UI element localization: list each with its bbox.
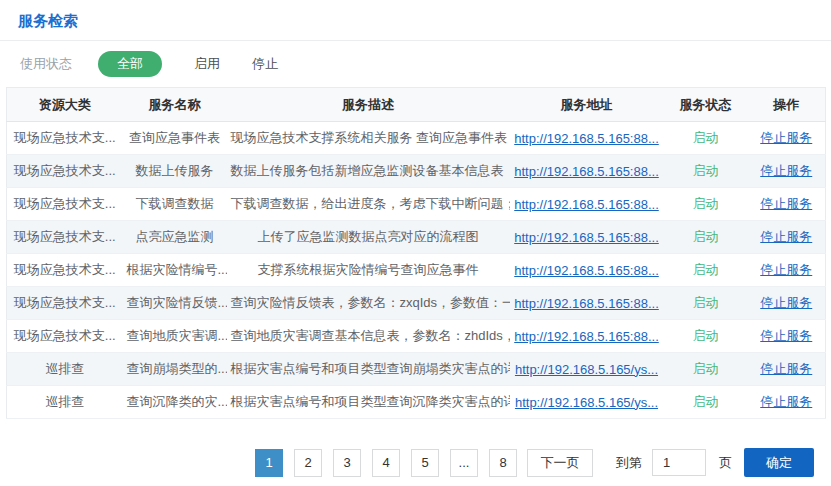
table-cell: 启动 (664, 122, 748, 155)
stop-service-link[interactable]: 停止服务 (760, 262, 812, 277)
table-cell: 启动 (664, 188, 748, 221)
service-status-badge: 启动 (693, 394, 719, 409)
table-cell: 停止服务 (748, 221, 826, 254)
page-button-4[interactable]: 4 (372, 449, 400, 477)
service-search-page: 服务检索 使用状态 全部 启用 停止 资源大类服务名称服务描述服务地址服务状态操… (0, 0, 831, 419)
table-cell: 现场应急技术支... (7, 188, 123, 221)
cell-service-name: 查询沉降类的灾... (127, 394, 227, 409)
stop-service-link[interactable]: 停止服务 (760, 361, 812, 376)
stop-service-link[interactable]: 停止服务 (760, 229, 812, 244)
page-button-1[interactable]: 1 (255, 449, 283, 477)
page-jump-input[interactable] (652, 449, 706, 476)
filter-option-stopped[interactable]: 停止 (252, 55, 278, 73)
service-address-link[interactable]: http://192.168.5.165:88... (514, 230, 659, 245)
cell-service-name: 查询灾险情反馈... (127, 295, 227, 310)
table-row: 现场应急技术支...数据上传服务数据上传服务包括新增应急监测设备基本信息表（YJ… (7, 155, 826, 188)
service-address-link[interactable]: http://192.168.5.165:88... (514, 197, 659, 212)
table-row: 现场应急技术支...查询地质灾害调...查询地质灾害调查基本信息表，参数名：zh… (7, 320, 826, 353)
table-cell: 巡排查 (7, 386, 123, 419)
table-cell: http://192.168.5.165:88... (510, 320, 664, 353)
table-cell: 停止服务 (748, 155, 826, 188)
service-address-link[interactable]: http://192.168.5.165:88... (514, 329, 659, 344)
stop-service-link[interactable]: 停止服务 (760, 394, 812, 409)
stop-service-link[interactable]: 停止服务 (760, 130, 812, 145)
service-status-badge: 启动 (693, 295, 719, 310)
table-cell: 查询沉降类的灾... (123, 386, 227, 419)
filter-label: 使用状态 (20, 55, 72, 73)
table-cell: 现场应急技术支... (7, 122, 123, 155)
service-address-link[interactable]: http://192.168.5.165:88... (514, 296, 659, 311)
table-cell: 查询崩塌类型的... (123, 353, 227, 386)
service-address-link[interactable]: http://192.168.5.165:88... (514, 164, 659, 179)
next-page-button[interactable]: 下一页 (527, 449, 593, 477)
filter-option-all[interactable]: 全部 (98, 51, 162, 77)
table-cell: 停止服务 (748, 122, 826, 155)
table-row: 现场应急技术支...查询灾险情反馈...查询灾险情反馈表，参数名：zxqIds，… (7, 287, 826, 320)
stop-service-link[interactable]: 停止服务 (760, 163, 812, 178)
service-status-badge: 启动 (693, 163, 719, 178)
page-button-2[interactable]: 2 (294, 449, 322, 477)
cell-service-description: 支撑系统根据灾险情编号查询应急事件 (258, 262, 479, 277)
table-cell: 下载调查数据，给出进度条，考虑下载中断问题；删... (227, 188, 510, 221)
cell-resource-category: 现场应急技术支... (14, 229, 116, 244)
table-cell: 巡排查 (7, 353, 123, 386)
services-table: 资源大类服务名称服务描述服务地址服务状态操作 现场应急技术支...查询应急事件表… (6, 87, 826, 419)
service-address-link[interactable]: http://192.168.5.165:88... (514, 131, 659, 146)
cell-service-description: 根据灾害点编号和项目类型查询沉降类灾害点的详细... (231, 394, 510, 409)
table-cell: 根据灾险情编号... (123, 254, 227, 287)
pagination: 12345...8 下一页 到第 页 确定 (255, 448, 814, 477)
service-status-badge: 启动 (693, 361, 719, 376)
stop-service-link[interactable]: 停止服务 (760, 295, 812, 310)
cell-resource-category: 现场应急技术支... (14, 130, 116, 145)
table-cell: http://192.168.5.165:88... (510, 188, 664, 221)
stop-service-link[interactable]: 停止服务 (760, 328, 812, 343)
table-cell: 数据上传服务 (123, 155, 227, 188)
table-cell: http://192.168.5.165/ys... (510, 386, 664, 419)
table-row: 现场应急技术支...点亮应急监测上传了应急监测数据点亮对应的流程图http://… (7, 221, 826, 254)
table-row: 巡排查查询沉降类的灾...根据灾害点编号和项目类型查询沉降类灾害点的详细...h… (7, 386, 826, 419)
service-address-link[interactable]: http://192.168.5.165:88... (514, 263, 659, 278)
table-cell: 停止服务 (748, 254, 826, 287)
table-row: 现场应急技术支...根据灾险情编号...支撑系统根据灾险情编号查询应急事件htt… (7, 254, 826, 287)
table-cell: 启动 (664, 221, 748, 254)
cell-resource-category: 巡排查 (45, 394, 84, 409)
cell-service-description: 现场应急技术支撑系统相关服务 查询应急事件表 (231, 130, 508, 145)
page-button-5[interactable]: 5 (411, 449, 439, 477)
page-header: 服务检索 (0, 0, 831, 41)
table-cell: 下载调查数据 (123, 188, 227, 221)
table-cell: 现场应急技术支撑系统相关服务 查询应急事件表 (227, 122, 510, 155)
cell-service-description: 根据灾害点编号和项目类型查询崩塌类灾害点的详细... (231, 361, 510, 376)
table-cell: 现场应急技术支... (7, 287, 123, 320)
table-cell: 根据灾害点编号和项目类型查询崩塌类灾害点的详细... (227, 353, 510, 386)
service-address-link[interactable]: http://192.168.5.165/ys... (515, 362, 658, 377)
service-status-badge: 启动 (693, 229, 719, 244)
table-header-row: 资源大类服务名称服务描述服务地址服务状态操作 (7, 88, 826, 122)
page-button-3[interactable]: 3 (333, 449, 361, 477)
filter-option-enabled[interactable]: 启用 (194, 55, 220, 73)
table-cell: 查询地质灾害调查基本信息表，参数名：zhdIds，参... (227, 320, 510, 353)
confirm-button[interactable]: 确定 (744, 448, 814, 477)
col-resource-category: 资源大类 (7, 88, 123, 122)
col-service-name: 服务名称 (123, 88, 227, 122)
table-cell: 启动 (664, 386, 748, 419)
cell-service-description: 查询灾险情反馈表，参数名：zxqIds，参数值：一连... (231, 295, 510, 310)
stop-service-link[interactable]: 停止服务 (760, 196, 812, 211)
cell-service-name: 数据上传服务 (136, 163, 214, 178)
table-cell: 停止服务 (748, 320, 826, 353)
cell-resource-category: 现场应急技术支... (14, 196, 116, 211)
page-ellipsis-button[interactable]: ... (450, 449, 478, 477)
table-cell: 停止服务 (748, 287, 826, 320)
table-cell: 停止服务 (748, 188, 826, 221)
cell-service-name: 查询崩塌类型的... (127, 361, 227, 376)
status-filter-bar: 使用状态 全部 启用 停止 (0, 41, 831, 87)
cell-resource-category: 现场应急技术支... (14, 163, 116, 178)
cell-service-name: 点亮应急监测 (136, 229, 214, 244)
service-address-link[interactable]: http://192.168.5.165/ys... (515, 395, 658, 410)
table-row: 现场应急技术支...下载调查数据下载调查数据，给出进度条，考虑下载中断问题；删.… (7, 188, 826, 221)
page-button-8[interactable]: 8 (489, 449, 517, 477)
table-cell: 点亮应急监测 (123, 221, 227, 254)
table-cell: 数据上传服务包括新增应急监测设备基本信息表（YJB... (227, 155, 510, 188)
cell-service-description: 查询地质灾害调查基本信息表，参数名：zhdIds，参... (231, 328, 510, 343)
table-cell: 现场应急技术支... (7, 221, 123, 254)
page-number-buttons: 12345...8 (255, 449, 517, 477)
